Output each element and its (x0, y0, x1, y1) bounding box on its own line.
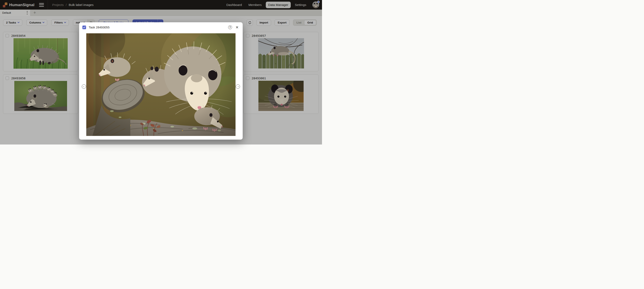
previous-task-arrow[interactable] (82, 84, 86, 89)
modal-header: Task 28493055 ? ✕ (79, 22, 243, 29)
help-icon[interactable]: ? (228, 25, 232, 29)
opossum-log-family-art (86, 33, 236, 136)
chevron-right-icon (237, 86, 238, 88)
task-checkbox-checked[interactable] (82, 26, 86, 29)
close-icon[interactable]: ✕ (236, 26, 238, 29)
next-task-arrow[interactable] (236, 84, 240, 89)
chevron-left-icon (83, 86, 85, 87)
modal-title: Task 28493055 (89, 26, 110, 29)
task-preview-image (86, 33, 236, 136)
checkmark-icon (83, 26, 86, 28)
task-preview-modal: Task 28493055 ? ✕ (79, 22, 243, 140)
